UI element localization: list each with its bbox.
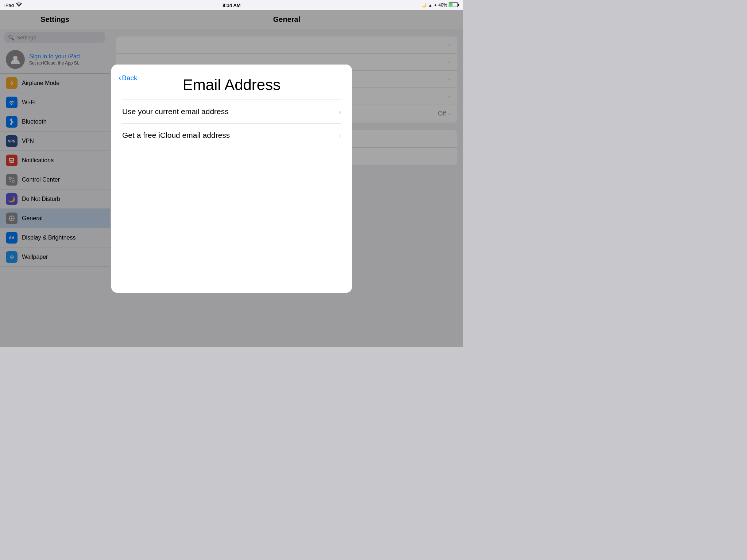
device-label: iPad (4, 3, 14, 8)
modal-header: ‹ Back Email Address (111, 65, 352, 100)
modal-body (111, 147, 352, 293)
main-layout: Settings 🔍 Settings Sign in to your iPad… (0, 10, 463, 347)
modal-options-list: Use your current email address › Get a f… (111, 100, 352, 147)
battery-icon (449, 2, 459, 8)
status-left: iPad (4, 3, 22, 8)
svg-rect-1 (458, 4, 459, 6)
back-button[interactable]: ‹ Back (119, 73, 138, 83)
back-label: Back (122, 74, 137, 82)
battery-percent: 40% (438, 3, 447, 8)
modal-title: Email Address (122, 76, 341, 94)
svg-rect-2 (449, 3, 453, 6)
bluetooth-status-icon: ✦ (434, 3, 437, 8)
moon-icon: 🌙 (421, 3, 427, 8)
modal-option-free-icloud[interactable]: Get a free iCloud email address › (122, 124, 341, 147)
modal-option-current-email[interactable]: Use your current email address › (122, 100, 341, 124)
free-icloud-option-label: Get a free iCloud email address (122, 131, 230, 140)
status-time: 8:14 AM (222, 3, 240, 8)
location-icon: ▲ (428, 3, 432, 7)
wifi-icon (16, 3, 22, 8)
status-right: 🌙 ▲ ✦ 40% (421, 2, 459, 8)
current-email-chevron-icon: › (338, 108, 341, 116)
status-bar: iPad 8:14 AM 🌙 ▲ ✦ 40% (0, 0, 463, 10)
back-chevron-icon: ‹ (119, 73, 121, 83)
free-icloud-chevron-icon: › (338, 131, 341, 140)
current-email-option-label: Use your current email address (122, 107, 229, 116)
email-address-modal: ‹ Back Email Address Use your current em… (111, 65, 352, 293)
